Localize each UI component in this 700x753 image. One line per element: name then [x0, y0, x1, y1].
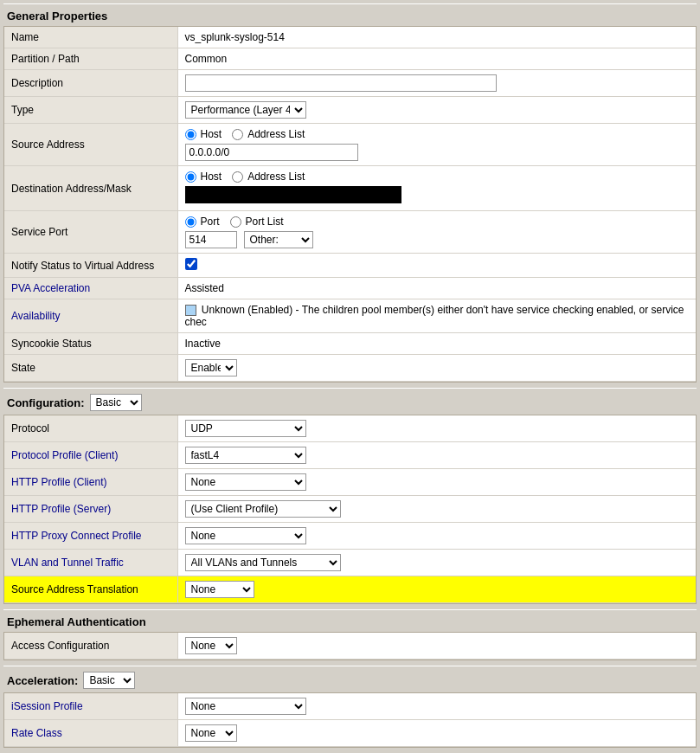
destination-address-redacted: [185, 186, 401, 203]
source-addrlist-radio[interactable]: [232, 129, 243, 140]
availability-label: Availability: [4, 299, 177, 333]
dest-host-radio[interactable]: [185, 171, 196, 183]
table-row: State Enabled Disabled: [4, 355, 696, 382]
port-input-row: Other: http https: [185, 231, 690, 248]
protocol-value-cell: UDP TCP Any: [177, 415, 696, 442]
isession-profile-select[interactable]: None: [185, 698, 306, 715]
pva-value: Assisted: [177, 278, 696, 299]
rate-class-select[interactable]: None: [185, 724, 237, 742]
description-input[interactable]: [185, 74, 497, 92]
http-profile-client-select[interactable]: None http: [185, 473, 306, 491]
partition-value: Common: [177, 48, 696, 70]
table-row: Type Performance (Layer 4) Standard Forw…: [4, 97, 696, 124]
source-host-radio-label[interactable]: Host: [185, 128, 222, 140]
syncookie-label: Syncookie Status: [4, 333, 177, 355]
http-proxy-connect-select[interactable]: None: [185, 527, 306, 544]
ephemeral-auth-table: Access Configuration None: [4, 633, 696, 660]
access-config-value-cell: None: [177, 633, 696, 660]
table-row: Protocol Profile (Client) fastL4 None: [4, 442, 696, 469]
http-profile-server-label: HTTP Profile (Server): [4, 496, 177, 523]
acceleration-header: Acceleration: Basic Advanced: [3, 666, 697, 692]
table-row: HTTP Proxy Connect Profile None: [4, 523, 696, 550]
dest-addrlist-radio-label[interactable]: Address List: [232, 171, 305, 183]
table-row: Notify Status to Virtual Address: [4, 254, 696, 278]
rate-class-value-cell: None: [177, 720, 696, 747]
table-row: Access Configuration None: [4, 633, 696, 660]
type-select[interactable]: Performance (Layer 4) Standard Forwardin…: [185, 101, 306, 119]
port-list-radio-label[interactable]: Port List: [230, 216, 284, 228]
availability-icon: [185, 305, 196, 316]
acceleration-mode-select[interactable]: Basic Advanced: [83, 672, 135, 689]
description-value-cell: [177, 70, 696, 97]
configuration-mode-select[interactable]: Basic Advanced: [90, 394, 142, 411]
source-host-radio[interactable]: [185, 129, 196, 140]
table-row: Description: [4, 70, 696, 97]
isession-profile-value-cell: None: [177, 693, 696, 720]
destination-value-cell: Host Address List: [177, 166, 696, 211]
syncookie-value: Inactive: [177, 333, 696, 355]
table-row: iSession Profile None: [4, 693, 696, 720]
http-proxy-connect-value-cell: None: [177, 523, 696, 550]
table-row: Syncookie Status Inactive: [4, 333, 696, 355]
source-address-label: Source Address: [4, 124, 177, 166]
http-profile-client-label: HTTP Profile (Client): [4, 469, 177, 496]
table-row: Protocol UDP TCP Any: [4, 415, 696, 442]
notify-status-checkbox[interactable]: [185, 258, 197, 270]
port-list-radio[interactable]: [230, 216, 241, 228]
vlan-tunnel-select[interactable]: All VLANs and Tunnels Enabled Disabled: [185, 554, 341, 571]
service-port-value-cell: Port Port List Other: http https: [177, 211, 696, 254]
dest-addrlist-radio[interactable]: [232, 171, 243, 183]
general-properties-table: Name vs_splunk-syslog-514 Partition / Pa…: [4, 27, 696, 382]
table-row: Name vs_splunk-syslog-514: [4, 27, 696, 48]
ephemeral-auth-table-wrap: Access Configuration None: [3, 632, 697, 660]
table-row: Destination Address/Mask Host Address Li…: [4, 166, 696, 211]
ephemeral-auth-header: Ephemeral Authentication: [3, 609, 697, 632]
general-properties-title: General Properties: [7, 10, 107, 23]
destination-radio-group: Host Address List: [185, 171, 690, 183]
table-row: Service Port Port Port List: [4, 211, 696, 254]
description-label: Description: [4, 70, 177, 97]
http-proxy-connect-label: HTTP Proxy Connect Profile: [4, 523, 177, 550]
source-address-input[interactable]: [185, 144, 358, 161]
source-addr-translation-label: Source Address Translation: [4, 576, 177, 603]
port-radio[interactable]: [185, 216, 196, 228]
configuration-table: Protocol UDP TCP Any Protocol Profile (C…: [4, 415, 696, 603]
table-row: Source Address Translation None Auto Map…: [4, 576, 696, 603]
acceleration-table: iSession Profile None Rate Class None: [4, 693, 696, 747]
service-port-radio-group: Port Port List: [185, 216, 690, 228]
notify-status-value-cell: [177, 254, 696, 278]
table-row: VLAN and Tunnel Traffic All VLANs and Tu…: [4, 550, 696, 576]
name-value: vs_splunk-syslog-514: [177, 27, 696, 48]
port-list-radio-text: Port List: [246, 216, 284, 228]
pva-label: PVA Acceleration: [4, 278, 177, 299]
dest-host-radio-label[interactable]: Host: [185, 171, 222, 183]
protocol-profile-client-select[interactable]: fastL4 None: [185, 447, 306, 464]
source-addr-translation-select[interactable]: None Auto Map SNAT: [185, 581, 254, 598]
state-value-cell: Enabled Disabled: [177, 355, 696, 382]
port-input[interactable]: [185, 231, 237, 248]
port-radio-label[interactable]: Port: [185, 216, 220, 228]
table-row: Partition / Path Common: [4, 48, 696, 70]
table-row: HTTP Profile (Client) None http: [4, 469, 696, 496]
protocol-profile-client-value-cell: fastL4 None: [177, 442, 696, 469]
ephemeral-auth-title: Ephemeral Authentication: [7, 615, 146, 628]
source-addrlist-radio-label[interactable]: Address List: [232, 128, 305, 140]
source-address-radio-group: Host Address List: [185, 128, 690, 140]
availability-text: Unknown (Enabled) - The children pool me…: [185, 304, 684, 328]
isession-profile-label: iSession Profile: [4, 693, 177, 720]
general-properties-header: General Properties: [3, 3, 697, 26]
access-config-select[interactable]: None: [185, 637, 237, 654]
other-port-select[interactable]: Other: http https: [244, 231, 313, 248]
protocol-select[interactable]: UDP TCP Any: [185, 420, 306, 437]
state-select[interactable]: Enabled Disabled: [185, 359, 237, 376]
divider-4: [3, 748, 697, 753]
type-value-cell: Performance (Layer 4) Standard Forwardin…: [177, 97, 696, 124]
page-container: General Properties Name vs_splunk-syslog…: [0, 0, 700, 753]
vlan-tunnel-value-cell: All VLANs and Tunnels Enabled Disabled: [177, 550, 696, 576]
access-config-label: Access Configuration: [4, 633, 177, 660]
http-profile-server-select[interactable]: (Use Client Profile) None: [185, 500, 341, 518]
configuration-table-wrap: Protocol UDP TCP Any Protocol Profile (C…: [3, 415, 697, 604]
acceleration-table-wrap: iSession Profile None Rate Class None: [3, 692, 697, 748]
table-row: Source Address Host Address List: [4, 124, 696, 166]
dest-host-radio-text: Host: [201, 171, 222, 183]
